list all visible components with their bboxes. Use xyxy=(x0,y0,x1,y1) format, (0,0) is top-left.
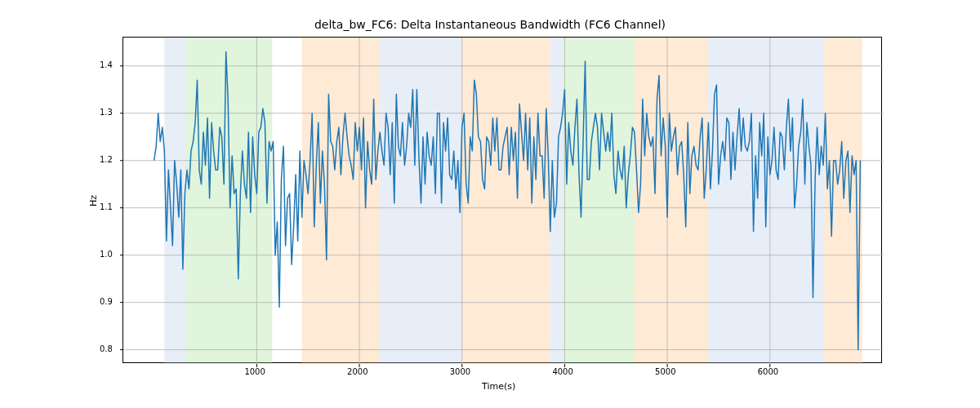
svg-rect-9 xyxy=(708,38,816,364)
y-tick-label: 1.1 xyxy=(100,203,113,211)
x-tick-label: 2000 xyxy=(347,368,368,376)
y-axis-label: Hz xyxy=(88,195,99,206)
chart-title: delta_bw_FC6: Delta Instantaneous Bandwi… xyxy=(0,18,980,31)
y-tick-label: 0.8 xyxy=(100,345,113,353)
plot-svg xyxy=(123,38,883,364)
y-tick-label: 1.4 xyxy=(100,61,113,69)
figure: delta_bw_FC6: Delta Instantaneous Bandwi… xyxy=(0,0,980,408)
x-tick-label: 1000 xyxy=(244,368,265,376)
y-tick-label: 1.3 xyxy=(100,109,113,117)
y-tick-label: 1.2 xyxy=(100,156,113,164)
x-tick-label: 4000 xyxy=(552,368,572,376)
x-tick-label: 6000 xyxy=(758,368,778,376)
svg-rect-10 xyxy=(816,38,824,364)
x-axis-label: Time(s) xyxy=(482,381,515,392)
x-tick-label: 3000 xyxy=(450,368,470,376)
svg-rect-1 xyxy=(186,38,273,364)
y-tick-label: 0.9 xyxy=(100,298,113,306)
svg-rect-6 xyxy=(563,38,635,364)
shaded-regions xyxy=(164,38,862,364)
svg-rect-8 xyxy=(667,38,708,364)
plot-axes xyxy=(122,37,882,363)
y-tick-label: 1.0 xyxy=(100,251,113,259)
x-tick-label: 5000 xyxy=(655,368,675,376)
